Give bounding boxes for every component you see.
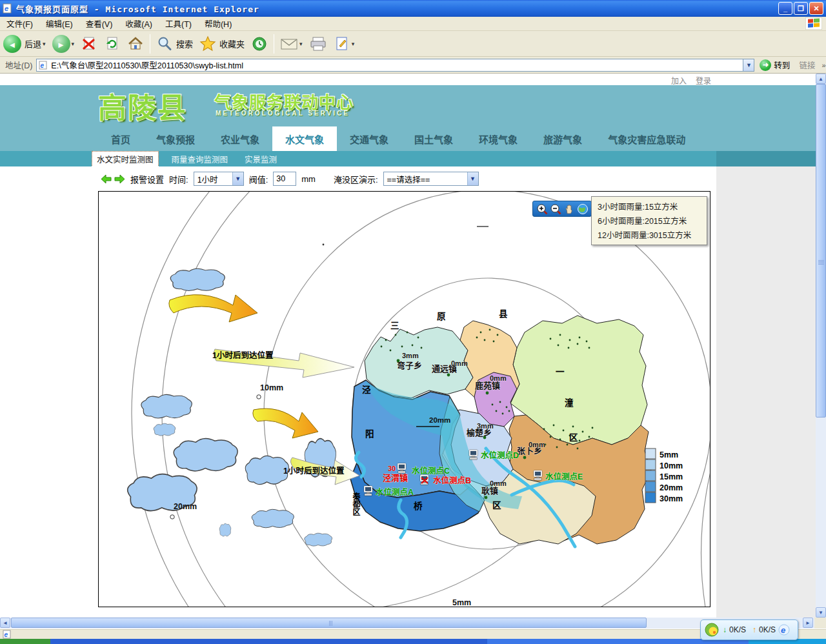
map-canvas: 1小时后到达位置 1小时后到达位置 5mm 10mm 20mm 20mm 三 原 [99,192,710,607]
subnav-live-view[interactable]: 实景监测 [245,153,277,165]
threshold-input[interactable] [273,172,296,186]
subnav-rain-query[interactable]: 雨量查询监测图 [172,153,228,165]
join-link[interactable]: 加入 [671,75,687,86]
menu-edit[interactable]: 编辑(E) [39,15,79,32]
pan-hand-icon[interactable] [563,203,575,215]
menu-favorites[interactable]: 收藏(A) [119,15,159,32]
stop-icon [81,35,97,52]
nav-weather-forecast[interactable]: 气象预报 [143,126,208,151]
nav-traffic[interactable]: 交通气象 [337,126,401,151]
station-d-icon[interactable] [469,450,478,459]
minimize-button[interactable]: _ [778,2,792,15]
station-b-label: 水位测点B [433,476,471,485]
print-button[interactable] [307,34,329,54]
rain-6h: 6小时面雨量:2015立方米 [598,214,701,228]
windows-flag-icon [805,17,822,30]
close-button[interactable]: ✕ [809,2,823,15]
svg-text:泾: 泾 [362,385,371,395]
address-dropdown-button[interactable]: ▼ [743,59,754,72]
rain-jingwei: 30 [388,465,396,472]
time-select[interactable]: 1小时 ▼ [194,172,244,186]
menu-help[interactable]: 帮助(H) [198,15,238,32]
back-button[interactable]: ◄ 后退 [1,34,48,54]
restore-button[interactable]: ❐ [794,2,808,15]
legend-swatch-10mm [645,459,656,470]
address-input[interactable]: e E:\气象台\原型20110530\原型20110530\swyb-list… [36,59,743,72]
prev-arrow-icon[interactable] [101,174,112,184]
menu-tools[interactable]: 工具(T) [159,15,198,32]
forward-button[interactable]: ► [50,34,77,54]
scroll-right-button[interactable]: ► [803,618,813,628]
threshold-unit: mm [301,174,316,184]
search-button[interactable]: 搜索 [154,34,195,54]
nav-environment[interactable]: 环境气象 [466,126,530,151]
zoom-out-icon[interactable] [550,203,561,215]
page-viewport: 加入 登录 高陵县 气象服务联动中心 METEOROLOGICAL SERVIC… [0,74,816,618]
nav-home[interactable]: 首页 [98,126,143,151]
nav-agriculture[interactable]: 农业气象 [208,126,272,151]
svg-text:e: e [41,62,45,69]
legend-label-5mm: 5mm [660,450,678,459]
hydrology-map[interactable]: 1小时后到达位置 1小时后到达位置 5mm 10mm 20mm 20mm 三 原 [98,191,710,607]
flood-select[interactable]: ==请选择== ▼ [383,172,479,186]
legend-swatch-30mm [645,492,656,503]
menu-file[interactable]: 文件(F) [0,15,39,32]
svg-text:区: 区 [492,501,501,510]
360-ball-icon[interactable] [705,623,719,637]
nav-hydrology[interactable]: 水文气象 [272,126,337,151]
station-a-icon[interactable] [364,486,372,496]
edit-button[interactable] [332,34,357,54]
next-arrow-icon[interactable] [114,174,125,184]
page-icon: e [39,61,48,70]
horizontal-scrollbar[interactable]: ◄ ► [0,618,814,629]
scroll-up-button[interactable]: ▲ [816,74,826,84]
zoom-in-icon[interactable] [536,203,548,215]
links-button[interactable]: 链接 » [799,59,825,71]
title-bar: e 气象预报页面原型 - Microsoft Internet Explorer… [0,0,826,17]
refresh-button[interactable] [102,34,123,54]
rain-geng: 0mm [490,479,507,487]
nav-disaster-emergency[interactable]: 气象灾害应急联动 [595,126,698,151]
svg-text:区: 区 [569,433,578,443]
vertical-scrollbar[interactable]: ▲ ▼ [816,74,826,618]
station-e-icon[interactable] [534,470,542,480]
login-link[interactable]: 登录 [696,75,711,86]
svg-text:e: e [5,5,8,12]
station-c-icon[interactable] [398,463,406,473]
go-button[interactable]: ➜ 转到 [760,59,790,71]
links-label: 链接 [799,59,815,71]
stop-button[interactable] [79,34,99,54]
history-icon [251,35,268,52]
ie-tray-icon[interactable]: e [778,624,790,636]
reach-label-1: 1小时后到达位置 [212,350,274,360]
neighbor-qindu: 秦都区 [351,492,361,516]
download-speed: 0K/S [729,625,746,634]
mail-button[interactable] [278,34,305,54]
vertical-scroll-thumb[interactable] [816,84,826,418]
nav-tourism[interactable]: 旅游气象 [530,126,595,151]
go-icon: ➜ [760,59,771,71]
subnav-realtime-hydro[interactable]: 水文实时监测图 [92,151,159,167]
edit-icon [334,35,350,52]
favorites-button[interactable]: 收藏夹 [197,34,247,54]
history-button[interactable] [249,34,270,54]
town-luyuan: 鹿苑镇 [475,381,500,390]
flood-demo-label: 淹没区演示: [334,173,378,185]
menu-view[interactable]: 查看(V) [79,15,119,32]
back-label: 后退 [25,37,41,50]
right-gray-panel [716,166,816,618]
scroll-down-button[interactable]: ▼ [816,607,826,618]
home-button[interactable] [125,34,146,54]
full-extent-globe-icon[interactable] [577,203,589,215]
nav-land[interactable]: 国土气象 [401,126,466,151]
print-icon [309,35,327,52]
home-icon [127,35,144,52]
svg-text:e: e [781,625,785,635]
start-button-sliver[interactable] [0,639,50,644]
horizontal-scroll-thumb[interactable] [11,618,647,628]
network-speed-widget[interactable]: ↓ 0K/S ↑ 0K/S e [700,619,798,640]
scroll-left-button[interactable]: ◄ [0,618,10,628]
address-label: 地址(D) [5,59,32,71]
logo-county: 高陵县 [98,85,187,126]
rain-wanzi: 3mm [402,352,419,359]
